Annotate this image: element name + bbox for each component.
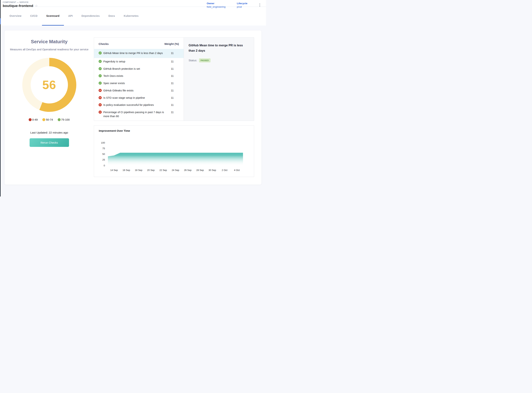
scorecard-title: Service Maturity xyxy=(31,39,68,44)
x-axis-tick: 30 Sep xyxy=(209,169,216,172)
legend-label: 0-49 xyxy=(32,118,38,121)
x-axis-tick: 4 Oct xyxy=(234,169,240,172)
check-row[interactable]: ✓ GitHub Mean time to merge PR is less t… xyxy=(94,49,184,58)
collapsed-sidebar-edge xyxy=(0,0,0,196)
score-donut-chart: 56 xyxy=(22,58,76,112)
x-axis-tick: 28 Sep xyxy=(196,169,204,172)
check-label: GitHub Gitleaks file exists xyxy=(103,89,169,93)
kebab-menu-icon[interactable] xyxy=(259,2,261,8)
check-weight: 11 xyxy=(171,60,174,64)
tab-overview[interactable]: Overview xyxy=(5,7,26,25)
check-status-row: Status: PASSED xyxy=(189,58,249,62)
legend-label: 75-100 xyxy=(61,118,70,121)
check-weight: 11 xyxy=(171,96,174,100)
improvement-area-chart: 100755025014 Sep16 Sep18 Sep20 Sep22 Sep… xyxy=(94,133,249,176)
check-rows: ✓ GitHub Mean time to merge PR is less t… xyxy=(94,49,184,120)
lifecycle-value[interactable]: prod xyxy=(237,5,247,8)
check-passed-icon: ✓ xyxy=(99,51,102,54)
owner-link[interactable]: field_engineering xyxy=(207,5,225,8)
check-label: Is STO scan stage setup in pipeline xyxy=(103,96,169,100)
check-row[interactable]: ✓ Tech Docs exists 11 xyxy=(94,72,184,80)
rerun-checks-button[interactable]: Rerun Checks xyxy=(30,138,69,147)
check-weight: 11 xyxy=(171,103,174,107)
chart-title: Improvement Over Time xyxy=(99,129,254,132)
sidebar-active-indicator xyxy=(0,18,0,24)
check-passed-icon: ✓ xyxy=(99,74,102,77)
check-passed-icon: ✓ xyxy=(99,60,102,63)
scorecard-subtitle: Measures all DevOps and Operational read… xyxy=(10,47,88,52)
check-row[interactable]: ✕ Percentage of CI pipelines passing in … xyxy=(94,109,184,120)
check-label: GitHub Branch protection is set xyxy=(103,67,169,71)
y-axis-tick: 25 xyxy=(102,158,105,161)
tab-kubernetes[interactable]: Kubernetes xyxy=(119,7,143,25)
x-axis-tick: 14 Sep xyxy=(110,169,118,172)
check-passed-icon: ✓ xyxy=(99,67,102,70)
entity-header: COMPONENT — SERVICE boutique-frontend ☆ … xyxy=(0,0,266,7)
entity-kind-label: COMPONENT — SERVICE xyxy=(3,1,38,3)
check-row[interactable]: ✓ GitHub Branch protection is set 11 xyxy=(94,65,184,73)
favorite-star-icon[interactable]: ☆ xyxy=(35,4,38,7)
legend-label: 50-74 xyxy=(46,118,53,121)
check-row[interactable]: ✕ GitHub Gitleaks file exists 11 xyxy=(94,87,184,94)
entity-meta: Owner field_engineering Lifecycle prod xyxy=(207,1,261,8)
tab-dependencies[interactable]: Dependencies xyxy=(77,7,104,25)
entity-heading: COMPONENT — SERVICE boutique-frontend ☆ xyxy=(3,1,38,8)
check-failed-icon: ✕ xyxy=(99,103,102,106)
status-label: Status: xyxy=(189,59,197,62)
check-label: Is policy evaluation successful for pipe… xyxy=(103,103,169,107)
page-title: boutique-frontend xyxy=(3,4,33,8)
check-weight: 11 xyxy=(171,110,174,114)
checks-column-header: Checks xyxy=(99,42,109,46)
lifecycle-meta: Lifecycle prod xyxy=(237,2,247,8)
status-badge: PASSED xyxy=(199,58,210,62)
x-axis-tick: 20 Sep xyxy=(147,169,155,172)
check-weight: 11 xyxy=(171,81,174,85)
check-label: Tech Docs exists xyxy=(103,74,169,78)
x-axis-tick: 22 Sep xyxy=(159,169,167,172)
tab-docs[interactable]: Docs xyxy=(104,7,119,25)
check-row[interactable]: ✓ Spec owner exists 11 xyxy=(94,80,184,87)
x-axis-tick: 2 Oct xyxy=(222,169,228,172)
scorecard-card: Service Maturity Measures all DevOps and… xyxy=(5,30,261,185)
x-axis-tick: 26 Sep xyxy=(184,169,192,172)
legend-item: 50-74 xyxy=(42,118,53,121)
checks-table-header: Checks Weight (%) xyxy=(94,38,184,49)
check-row[interactable]: ✓ Pagerduty is setup 11 xyxy=(94,58,184,65)
legend-item: 0-49 xyxy=(29,118,38,121)
check-label: GitHub Mean time to merge PR is less tha… xyxy=(103,51,169,55)
check-passed-icon: ✓ xyxy=(99,82,102,85)
owner-meta: Owner field_engineering xyxy=(207,2,225,8)
y-axis-tick: 75 xyxy=(102,147,105,150)
check-label: Pagerduty is setup xyxy=(103,60,169,64)
tab-api[interactable]: API xyxy=(64,7,77,25)
check-label: Percentage of CI pipelines passing in pa… xyxy=(103,110,169,118)
score-summary: Service Maturity Measures all DevOps and… xyxy=(5,30,94,147)
x-axis-tick: 16 Sep xyxy=(123,169,130,172)
last-updated-text: Last Updated: 22 minutes ago xyxy=(30,131,68,134)
score-legend: 0-49 50-74 75-100 xyxy=(29,118,70,121)
score-donut-hole: 56 xyxy=(31,66,68,103)
x-axis-tick: 18 Sep xyxy=(135,169,142,172)
legend-dot xyxy=(42,118,45,121)
tab-ci-cd[interactable]: CI/CD xyxy=(26,7,42,25)
check-row[interactable]: ✕ Is STO scan stage setup in pipeline 11 xyxy=(94,94,184,102)
check-detail-title: GitHub Mean time to merge PR is less tha… xyxy=(189,43,249,53)
check-failed-icon: ✕ xyxy=(99,111,102,114)
tab-scorecard[interactable]: Scorecard xyxy=(42,7,64,25)
score-value: 56 xyxy=(42,78,56,92)
page: COMPONENT — SERVICE boutique-frontend ☆ … xyxy=(0,0,266,196)
improvement-chart-card: Improvement Over Time 100755025014 Sep16… xyxy=(94,125,254,177)
y-axis-tick: 100 xyxy=(101,141,105,144)
score-area-series xyxy=(108,153,243,166)
checks-list: Checks Weight (%) ✓ GitHub Mean time to … xyxy=(94,38,184,121)
scorecard-content: Service Maturity Measures all DevOps and… xyxy=(0,25,266,185)
check-failed-icon: ✕ xyxy=(99,89,102,92)
check-row[interactable]: ✕ Is policy evaluation successful for pi… xyxy=(94,101,184,109)
check-weight: 11 xyxy=(171,74,174,78)
tab-bar: OverviewCI/CDScorecardAPIDependenciesDoc… xyxy=(0,7,266,25)
owner-label: Owner xyxy=(207,2,225,5)
legend-dot xyxy=(29,118,32,121)
check-label: Spec owner exists xyxy=(103,81,169,85)
checks-panel: Checks Weight (%) ✓ GitHub Mean time to … xyxy=(94,37,254,121)
legend-dot xyxy=(58,118,61,121)
